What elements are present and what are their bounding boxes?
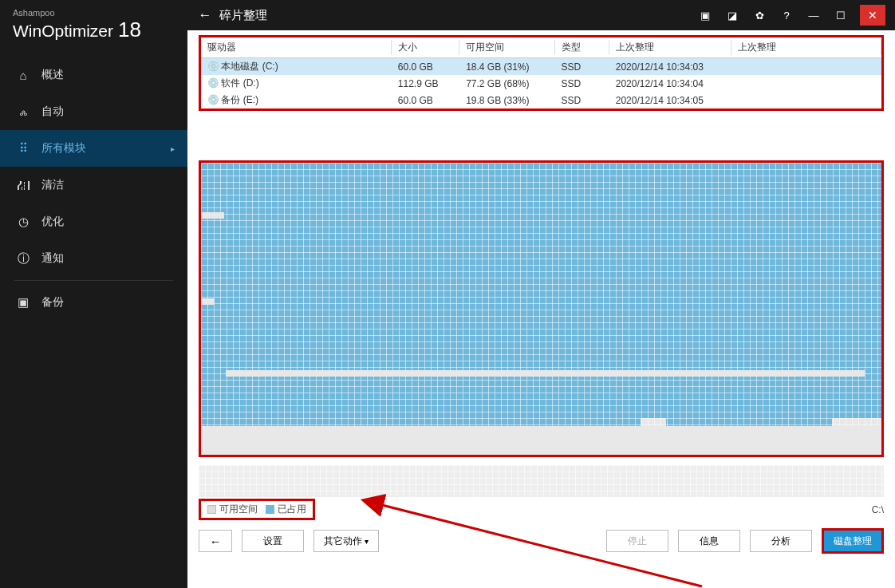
gear-icon[interactable]: ✿: [751, 7, 767, 23]
nav-label: 通知: [41, 251, 64, 266]
backup-icon: ▣: [16, 295, 30, 310]
swatch-used-icon: [266, 505, 274, 514]
nav-backup[interactable]: ▣ 备份: [0, 284, 187, 321]
spacer: [199, 116, 884, 156]
nav-overview[interactable]: ⌂ 概述: [0, 57, 187, 93]
drive-table-annotation: 驱动器 大小 可用空间 类型 上次整理 上次整理 💿 本地磁盘 (C:)60.0…: [199, 35, 884, 111]
map-free-block: [201, 298, 215, 305]
map-used-block: [201, 211, 881, 300]
nav-notify[interactable]: ⓘ 通知: [0, 240, 187, 277]
grid-icon: ⠿: [16, 141, 30, 156]
map-used-block: [201, 300, 881, 370]
nav-all-modules[interactable]: ⠿ 所有模块: [0, 130, 187, 167]
auto-icon: ஃ: [16, 105, 30, 119]
stop-button: 停止: [606, 530, 668, 552]
titlebar-icons: ▣ ◪ ✿ ? — ☐ ✕: [697, 5, 889, 26]
map-used-block: [201, 163, 881, 211]
legend-free: 可用空间: [207, 503, 258, 516]
nav-label: 优化: [41, 215, 64, 229]
sidebar: Ashampoo WinOptimizer 18 ⌂ 概述 ஃ 自动 ⠿ 所有模…: [0, 0, 187, 588]
content: 驱动器 大小 可用空间 类型 上次整理 上次整理 💿 本地磁盘 (C:)60.0…: [187, 30, 895, 588]
drive-table: 驱动器 大小 可用空间 类型 上次整理 上次整理 💿 本地磁盘 (C:)60.0…: [201, 37, 881, 109]
nav-divider: [14, 280, 173, 281]
info-button[interactable]: 信息: [678, 530, 740, 552]
nav-label: 备份: [41, 295, 64, 310]
map-free-block: [201, 426, 881, 455]
table-row[interactable]: 💿 软件 (D:)112.9 GB77.2 GB (68%)SSD2020/12…: [201, 75, 881, 92]
col-drive[interactable]: 驱动器: [201, 37, 392, 58]
map-free-block: [782, 370, 865, 377]
map-used-block: [201, 418, 641, 426]
settings-button[interactable]: 设置: [242, 530, 304, 552]
map-free-block: [201, 212, 224, 219]
swatch-free-icon: [207, 505, 216, 514]
logo: Ashampoo WinOptimizer 18: [0, 0, 187, 57]
drive-icon: 💿: [207, 94, 219, 105]
titlebar: ← 碎片整理 ▣ ◪ ✿ ? — ☐ ✕: [187, 0, 895, 30]
nav-label: 概述: [41, 68, 64, 82]
minimize-icon[interactable]: —: [806, 7, 822, 23]
col-type[interactable]: 类型: [555, 37, 609, 58]
legend-annotation: 可用空间 已占用: [199, 499, 315, 520]
help-icon[interactable]: ?: [779, 7, 794, 23]
table-row[interactable]: 💿 本地磁盘 (C:)60.0 GB18.4 GB (31%)SSD2020/1…: [201, 58, 881, 76]
main: ← 碎片整理 ▣ ◪ ✿ ? — ☐ ✕ 驱动器 大小 可用空: [187, 0, 895, 588]
logo-main: WinOptimizer 18: [13, 18, 175, 42]
map-free-block: [226, 370, 782, 377]
back-arrow-icon[interactable]: ←: [194, 7, 216, 23]
table-header-row: 驱动器 大小 可用空间 类型 上次整理 上次整理: [201, 37, 881, 58]
defrag-map-annotation: [199, 160, 884, 457]
col-prev[interactable]: 上次整理: [731, 37, 881, 58]
nav-label: 清洁: [41, 178, 64, 192]
map-used-block: [201, 370, 881, 418]
bottom-bar: ← 设置 其它动作 停止 信息 分析 磁盘整理: [199, 520, 884, 554]
nav-optimize[interactable]: ◷ 优化: [0, 203, 187, 240]
table-row[interactable]: 💿 备份 (E:)60.0 GB19.8 GB (33%)SSD2020/12/…: [201, 92, 881, 109]
back-button[interactable]: ←: [199, 530, 232, 552]
home-icon: ⌂: [16, 68, 30, 82]
legend-used: 已占用: [266, 503, 306, 516]
legend-row: 可用空间 已占用 C:\: [199, 499, 884, 520]
nav-label: 自动: [41, 105, 64, 119]
drive-icon: 💿: [207, 77, 219, 89]
nav: ⌂ 概述 ஃ 自动 ⠿ 所有模块 ⛜ 清洁 ◷ 优化 ⓘ 通知: [0, 57, 187, 321]
close-icon[interactable]: ✕: [860, 5, 885, 26]
gray-strip: [199, 465, 884, 497]
defrag-button[interactable]: 磁盘整理: [822, 528, 884, 554]
note-icon[interactable]: ◪: [724, 7, 740, 23]
nav-clean[interactable]: ⛜ 清洁: [0, 167, 187, 203]
map-used-block: [666, 418, 832, 426]
defrag-map: [201, 163, 881, 455]
broom-icon: ⛜: [16, 178, 30, 192]
nav-label: 所有模块: [41, 141, 86, 156]
other-actions-button[interactable]: 其它动作: [313, 530, 379, 552]
analyze-button[interactable]: 分析: [750, 530, 812, 552]
current-drive-label: C:\: [872, 504, 884, 515]
logo-sub: Ashampoo: [13, 8, 175, 18]
drive-icon: 💿: [207, 61, 219, 72]
col-free[interactable]: 可用空间: [459, 37, 554, 58]
info-icon: ⓘ: [16, 251, 30, 266]
nav-auto[interactable]: ஃ 自动: [0, 93, 187, 130]
col-last[interactable]: 上次整理: [609, 37, 732, 58]
page-title: 碎片整理: [216, 8, 697, 23]
col-size[interactable]: 大小: [392, 37, 459, 58]
chat-icon[interactable]: ▣: [697, 7, 713, 23]
maximize-icon[interactable]: ☐: [833, 7, 849, 23]
gauge-icon: ◷: [16, 215, 30, 229]
